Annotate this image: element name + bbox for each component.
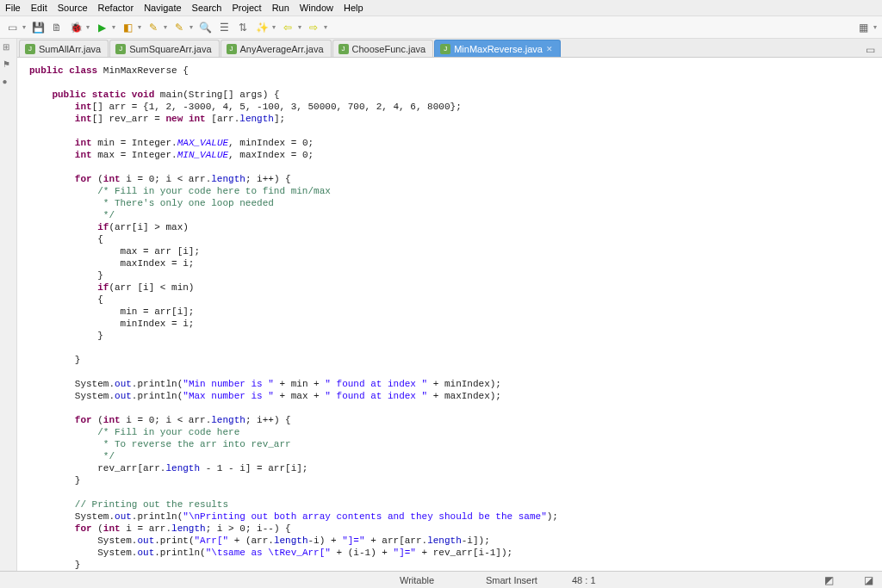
menubar: File Edit Source Refactor Navigate Searc… (0, 0, 882, 16)
forward-icon[interactable]: ⇨ (307, 21, 320, 34)
menu-search[interactable]: Search (192, 3, 222, 13)
problems-icon[interactable]: ⚑ (3, 59, 15, 71)
new-class-icon[interactable]: ✎ (146, 21, 160, 34)
statusbar: Writable Smart Insert 48 : 1 ◩ ◪ (0, 571, 882, 588)
menu-help[interactable]: Help (344, 3, 363, 13)
menu-source[interactable]: Source (58, 3, 88, 13)
restore-icon[interactable]: ▭ (863, 43, 877, 57)
java-file-icon: J (227, 44, 237, 54)
source-code[interactable]: public class MinMaxReverse { public stat… (17, 58, 882, 571)
task-icon[interactable]: ☰ (217, 21, 231, 34)
dropdown-icon[interactable]: ▾ (86, 23, 90, 31)
menu-edit[interactable]: Edit (31, 3, 47, 13)
debug-icon[interactable]: 🐞 (69, 21, 83, 34)
java-file-icon: J (115, 44, 126, 54)
tab-sumsquarearr[interactable]: JSumSquareArr.java (109, 40, 219, 57)
status-icon[interactable]: ◪ (861, 573, 875, 587)
dropdown-icon[interactable]: ▾ (272, 23, 276, 31)
tab-label: MinMaxReverse.java (454, 44, 543, 54)
save-all-icon[interactable]: 🗎 (50, 21, 64, 34)
menu-navigate[interactable]: Navigate (144, 3, 181, 13)
java-file-icon: J (25, 44, 35, 54)
editor-area: JSumAllArr.java JSumSquareArr.java JAnyA… (17, 39, 882, 571)
tab-sumallarr[interactable]: JSumAllArr.java (19, 40, 109, 57)
menu-file[interactable]: File (5, 3, 21, 13)
dropdown-icon[interactable]: ▾ (298, 23, 301, 31)
java-file-icon: J (339, 44, 349, 54)
save-icon[interactable]: 💾 (31, 21, 45, 34)
dropdown-icon[interactable]: ▾ (164, 23, 167, 31)
back-icon[interactable]: ⇦ (281, 21, 295, 34)
sort-icon[interactable]: ⇅ (236, 21, 250, 34)
dropdown-icon[interactable]: ▾ (324, 23, 327, 31)
menu-run[interactable]: Run (272, 3, 289, 13)
dropdown-icon[interactable]: ▾ (873, 23, 877, 31)
perspective-icon[interactable]: ▦ (856, 21, 870, 34)
tab-label: AnyAverageArr.java (240, 44, 324, 54)
tab-minmaxreverse[interactable]: JMinMaxReverse.java✕ (434, 40, 561, 57)
java-file-icon: J (440, 44, 450, 54)
close-icon[interactable]: ✕ (546, 45, 553, 53)
code-editor[interactable]: public class MinMaxReverse { public stat… (17, 58, 882, 571)
status-insert: Smart Insert (486, 575, 546, 585)
tab-label: SumSquareArr.java (129, 44, 211, 54)
search-icon[interactable]: 🔍 (198, 21, 212, 34)
tab-anyaveragearr[interactable]: JAnyAverageArr.java (220, 40, 332, 57)
menu-project[interactable]: Project (232, 3, 261, 13)
left-gutter: ⊞ ⚑ ● (0, 39, 17, 571)
tab-choosefunc[interactable]: JChooseFunc.java (332, 40, 434, 57)
dropdown-icon[interactable]: ▾ (189, 23, 193, 31)
dropdown-icon[interactable]: ▾ (112, 23, 115, 31)
new-icon[interactable]: ▭ (5, 21, 19, 34)
status-position: 48 : 1 (572, 575, 632, 585)
menu-refactor[interactable]: Refactor (98, 3, 134, 13)
dropdown-icon[interactable]: ▾ (138, 23, 141, 31)
main-area: ⊞ ⚑ ● JSumAllArr.java JSumSquareArr.java… (0, 39, 882, 571)
status-icon[interactable]: ◩ (822, 573, 835, 587)
outline-icon[interactable]: ⊞ (3, 42, 15, 54)
tab-label: SumAllArr.java (39, 44, 101, 54)
run-icon[interactable]: ▶ (95, 21, 109, 34)
editor-tabbar: JSumAllArr.java JSumSquareArr.java JAnyA… (17, 39, 882, 58)
wand-icon[interactable]: ✨ (255, 21, 269, 34)
breakpoint-icon[interactable]: ● (3, 77, 15, 89)
status-writable: Writable (400, 575, 460, 585)
tab-label: ChooseFunc.java (352, 44, 426, 54)
menu-window[interactable]: Window (300, 3, 333, 13)
dropdown-icon[interactable]: ▾ (22, 23, 26, 31)
toolbar: ▭▾ 💾 🗎 🐞▾ ▶▾ ◧▾ ✎▾ ✎▾ 🔍 ☰ ⇅ ✨▾ ⇦▾ ⇨▾ ▦▾ (0, 16, 882, 39)
new-package-icon[interactable]: ✎ (172, 21, 186, 34)
coverage-icon[interactable]: ◧ (121, 21, 134, 34)
